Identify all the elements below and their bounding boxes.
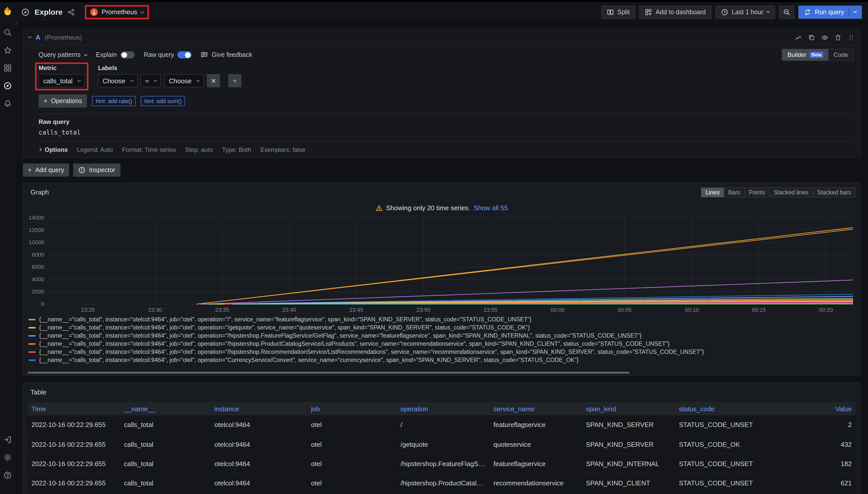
drag-handle-icon[interactable] — [848, 34, 855, 41]
column-header-operation[interactable]: operation — [396, 402, 489, 415]
column-header-time[interactable]: Time — [28, 402, 120, 415]
legend-item[interactable]: {__name__="calls_total", instance="otelc… — [29, 348, 856, 356]
run-query-button[interactable]: Run query — [799, 5, 862, 19]
svg-text:23:35: 23:35 — [215, 307, 229, 313]
label-name-select[interactable]: Choose — [98, 74, 138, 87]
legend-item[interactable]: {__name__="calls_total", instance="otelc… — [29, 356, 856, 364]
column-header-instance[interactable]: instance — [211, 402, 307, 415]
zoom-out-button[interactable] — [779, 5, 795, 19]
column-header-spankind[interactable]: span_kind — [582, 402, 675, 415]
svg-text:23:55: 23:55 — [484, 307, 498, 313]
datasource-picker[interactable]: Prometheus — [85, 5, 149, 19]
raw-query-toggle-group: Raw query — [144, 51, 192, 58]
sidebar-item-help[interactable] — [3, 471, 12, 479]
builder-mode-button[interactable]: Builder Beta — [782, 49, 829, 60]
copy-icon[interactable] — [808, 34, 815, 41]
sidebar-item-dashboards[interactable] — [3, 64, 12, 72]
graph-panel: Graph LinesBarsPointsStacked linesStacke… — [23, 183, 861, 376]
legend-item[interactable]: {__name__="calls_total", instance="otelc… — [29, 331, 856, 340]
add-query-button[interactable]: +Add query — [23, 164, 69, 177]
sidebar-item-starred[interactable] — [3, 46, 12, 54]
graph-mode-stacked-lines[interactable]: Stacked lines — [769, 188, 813, 197]
svg-text:23:50: 23:50 — [416, 307, 431, 313]
raw-query-toggle[interactable] — [178, 51, 192, 58]
table-cell: SPAN_KIND_SERVER — [582, 435, 675, 454]
table-cell: recommendationservice — [489, 493, 582, 494]
column-header-job[interactable]: job — [307, 402, 396, 415]
raw-query-section: Raw query calls_total — [39, 114, 854, 141]
add-label-filter-button[interactable]: ＋ — [228, 74, 241, 87]
give-feedback-link[interactable]: Give feedback — [201, 51, 252, 58]
sidebar-item-configuration[interactable] — [3, 453, 12, 461]
svg-text:0: 0 — [41, 301, 44, 307]
table-row[interactable]: 2022-10-16 00:22:29.655calls_totalotelco… — [28, 415, 856, 435]
warning-triangle-icon — [375, 204, 382, 211]
table-panel-header: Table — [28, 386, 856, 398]
explain-toggle[interactable] — [120, 51, 134, 58]
graph-mode-bars[interactable]: Bars — [724, 188, 744, 197]
table-row[interactable]: 2022-10-16 00:22:29.655calls_totalotelco… — [28, 493, 856, 494]
code-mode-button[interactable]: Code — [829, 49, 853, 60]
legend-label: {__name__="calls_total", instance="otelc… — [39, 332, 641, 339]
legend-label: {__name__="calls_total", instance="otelc… — [39, 349, 704, 355]
query-row-header[interactable]: A (Prometheus) — [23, 30, 860, 45]
legend-item[interactable]: {__name__="calls_total", instance="otelc… — [29, 315, 856, 323]
graph-mode-points[interactable]: Points — [744, 188, 769, 197]
collapse-chevron-icon[interactable] — [28, 35, 32, 38]
table-row[interactable]: 2022-10-16 00:22:29.655calls_totalotelco… — [28, 454, 856, 473]
metric-select[interactable]: calls_total — [39, 74, 85, 87]
graph-mode-stacked-bars[interactable]: Stacked bars — [813, 188, 855, 197]
operations-row: +Operations hint: add rate() hint: add s… — [39, 94, 854, 108]
page-title: Explore — [35, 7, 62, 16]
show-all-series-link[interactable]: Show all 55 — [474, 204, 508, 212]
time-range-picker[interactable]: Last 1 hour — [716, 5, 775, 19]
svg-text:4000: 4000 — [32, 276, 44, 283]
share-icon[interactable] — [68, 8, 75, 16]
add-to-dashboard-button[interactable]: Add to dashboard — [639, 5, 711, 19]
sidebar-item-alerting[interactable] — [3, 99, 12, 108]
table-cell: SPAN_KIND_CLIENT — [582, 473, 675, 493]
sidebar-item-search[interactable] — [3, 28, 12, 37]
column-header-name[interactable]: __name__ — [120, 402, 211, 415]
options-collapser[interactable]: Options — [39, 146, 68, 153]
horizontal-scrollbar[interactable] — [28, 372, 630, 374]
legend-item[interactable]: {__name__="calls_total", instance="otelc… — [29, 323, 856, 331]
eye-icon[interactable] — [821, 34, 828, 41]
column-header-value[interactable]: Value — [765, 402, 856, 415]
inspector-button[interactable]: Inspector — [73, 164, 121, 177]
legend-item[interactable]: {__name__="calls_total", instance="otelc… — [29, 340, 856, 348]
svg-text:23:40: 23:40 — [282, 307, 296, 313]
graph-mode-lines[interactable]: Lines — [702, 188, 724, 197]
chevron-down-icon — [196, 78, 200, 82]
column-header-statuscode[interactable]: status_code — [675, 402, 765, 415]
hint-add-sum[interactable]: hint: add sum() — [141, 96, 185, 106]
label-operator-select[interactable]: = — [141, 74, 161, 87]
hint-add-rate[interactable]: hint: add rate() — [92, 96, 136, 106]
column-header-servicename[interactable]: service_name — [489, 402, 582, 415]
grafana-logo-icon[interactable] — [2, 6, 13, 17]
svg-text:10000: 10000 — [29, 239, 44, 246]
label-value-select[interactable]: Choose — [164, 74, 204, 87]
query-datasource-hint: (Prometheus) — [45, 34, 82, 41]
metric-label: Metric — [39, 64, 85, 72]
operations-button[interactable]: +Operations — [39, 94, 87, 108]
sidebar-item-explore[interactable] — [3, 82, 12, 90]
chevron-down-icon[interactable] — [853, 10, 857, 13]
explain-toggle-group: Explain — [96, 51, 134, 58]
table-row[interactable]: 2022-10-16 00:22:29.655calls_totalotelco… — [28, 473, 856, 493]
graph-panel-title[interactable]: Graph — [28, 186, 52, 198]
clock-icon — [721, 8, 728, 16]
graph-canvas[interactable]: 0200040006000800010000120001400023:2523:… — [28, 215, 856, 314]
sidebar-item-sign-in[interactable] — [3, 436, 12, 444]
beta-badge: Beta — [810, 52, 824, 58]
table-row[interactable]: 2022-10-16 00:22:29.655calls_totalotelco… — [28, 435, 856, 454]
remove-label-filter-button[interactable]: ✕ — [207, 74, 220, 87]
table-cell: 2022-10-16 00:22:29.655 — [28, 454, 120, 473]
table-panel-title[interactable]: Table — [28, 386, 49, 398]
sidebar — [0, 2, 15, 494]
query-patterns-dropdown[interactable]: Query patterns — [39, 51, 87, 58]
split-button[interactable]: Split — [601, 5, 635, 19]
query-history-icon[interactable] — [795, 34, 802, 41]
trash-icon[interactable] — [834, 34, 842, 41]
table-cell: /hipstershop.ProductCatalogS... — [396, 473, 489, 493]
